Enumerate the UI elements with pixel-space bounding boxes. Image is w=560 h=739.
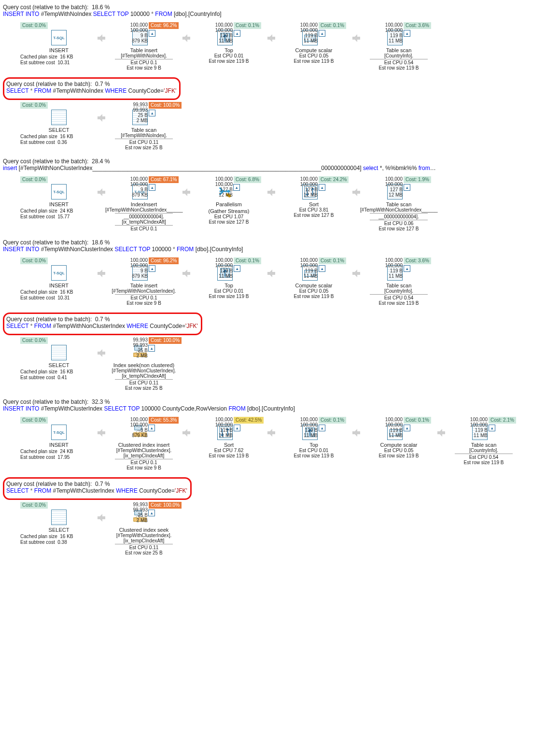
collapse-toggle[interactable]: ▴: [319, 265, 325, 272]
cost-badge: Cost: 67.1%: [149, 176, 179, 183]
plan-node[interactable]: 100,000100,0009 B879 KBCost: 55.3% ▴ Clu…: [105, 417, 182, 470]
arrow-stats: 100,000100,000119 B11 MB: [281, 22, 318, 43]
query-cost-header: Query cost (relative to the batch): 0.7 …: [6, 481, 187, 487]
node-label: Compute scalar: [275, 283, 352, 288]
flow-arrow: [352, 30, 360, 46]
cost-badge: Cost: 0.1%: [319, 257, 346, 264]
plan-node[interactable]: 100,000100,000119 B11 MBCost: 0.1% ▴ Com…: [275, 257, 352, 299]
collapse-toggle[interactable]: ▴: [404, 425, 410, 431]
arrow-stats: 100,000100,000127 B12 MB: [196, 176, 233, 198]
node-label: SELECT: [20, 127, 98, 133]
node-label: Table scan: [360, 201, 437, 207]
collapse-toggle[interactable]: ▴: [149, 184, 155, 191]
query-cost-header: Query cost (relative to the batch): 0.7 …: [6, 316, 198, 323]
plan-node[interactable]: 100,000100,000127 B12 MBCost: 1.9% ▴ Tab…: [360, 176, 437, 231]
plan-node[interactable]: 100,000100,000119 B11 MBCost: 42.5% ▴ So…: [190, 417, 267, 458]
plan-node[interactable]: 100,000100,000119 B11 MBCost: 0.1% ▴ Top…: [275, 417, 352, 458]
arrow-stats: 99,99399,99325 B2 MB: [111, 502, 148, 523]
query-cost-header: Query cost (relative to the batch): 32.3…: [3, 398, 557, 405]
flow-arrow: [437, 425, 445, 441]
collapse-toggle[interactable]: ▴: [233, 184, 240, 191]
highlighted-query: Query cost (relative to the batch): 0.7 …: [3, 313, 202, 335]
plan-node[interactable]: Cost: 0.0% T-SQL INSERT Cached plan size…: [20, 417, 98, 460]
cost-badge: Cost: 0.1%: [234, 22, 261, 29]
arrow-stats: 100,000100,000119 B11 MB: [366, 417, 403, 438]
execution-plan-row: Cost: 0.0% T-SQL INSERT Cached plan size…: [3, 20, 557, 77]
node-label: Sort: [190, 442, 267, 448]
collapse-toggle[interactable]: ▴: [148, 345, 155, 352]
collapse-toggle[interactable]: ▴: [319, 425, 325, 431]
arrow-stats: 100,000100,000119 B11 MB: [366, 22, 403, 43]
arrow-stats: 100,000100,000119 B11 MB: [366, 257, 403, 279]
collapse-toggle[interactable]: ▴: [489, 425, 495, 431]
plan-node[interactable]: 99,99399,99325 B2 MBCost: 100.0% ▴ Table…: [105, 102, 182, 150]
flow-arrow: [98, 30, 105, 46]
node-label: Compute scalar: [360, 442, 437, 448]
flow-arrow: [182, 184, 190, 200]
collapse-toggle[interactable]: ▴: [404, 265, 410, 272]
flow-arrow: [98, 345, 105, 361]
collapse-toggle[interactable]: ▴: [149, 30, 155, 37]
plan-node[interactable]: 100,000100,0009 B879 KBCost: 96.2% ▴ Tab…: [105, 22, 182, 71]
flow-arrow: [98, 265, 105, 282]
node-label: SELECT: [20, 362, 98, 368]
plan-node[interactable]: 100,000100,000119 B11 MBCost: 2.1% ▴ Tab…: [445, 417, 522, 465]
plan-node[interactable]: Cost: 0.0% T-SQL INSERT Cached plan size…: [20, 176, 98, 220]
plan-node[interactable]: Cost: 0.0% SELECT Cached plan size 16 KB…: [20, 502, 98, 545]
node-label: Table scan: [360, 283, 437, 288]
plan-node[interactable]: 100,000100,000119 B11 MBCost: 0.1% ▴ Com…: [275, 22, 352, 64]
plan-node[interactable]: Cost: 0.0% SELECT Cached plan size 16 KB…: [20, 337, 98, 381]
collapse-toggle[interactable]: ▴: [148, 425, 155, 431]
plan-node[interactable]: 100,000100,000127 B12 MBCost: 6.8% ▴ Par…: [190, 176, 267, 225]
plan-node[interactable]: Cost: 0.0% T-SQL INSERT Cached plan size…: [20, 257, 98, 301]
flow-arrow: [352, 425, 360, 441]
flow-arrow: [267, 30, 275, 46]
cost-badge: Cost: 55.3%: [149, 417, 179, 424]
plan-node[interactable]: 99,99399,99325 B2 MBCost: 100.0% ▴ Clust…: [105, 502, 182, 555]
highlighted-query: Query cost (relative to the batch): 0.7 …: [3, 477, 192, 500]
plan-node[interactable]: 100,000100,0009 B879 KBCost: 67.1% T-SQL…: [105, 176, 182, 231]
cost-badge: Cost: 96.2%: [149, 257, 179, 264]
collapse-toggle[interactable]: ▴: [234, 30, 240, 37]
plan-node[interactable]: 100,000100,000127 B12 MBCost: 24.2% ▴ So…: [275, 176, 352, 218]
query-cost-header: Query cost (relative to the batch): 0.7 …: [6, 81, 176, 87]
collapse-toggle[interactable]: ▴: [319, 30, 325, 37]
root-metrics: Cached plan size 24 KBEst subtree cost 1…: [20, 449, 98, 460]
node-label: IndexInsert: [105, 201, 182, 207]
plan-node[interactable]: 100,000100,000119 B11 MBCost: 0.1% ▴ Com…: [360, 417, 437, 458]
arrow-stats: 100,000100,000127 B12 MB: [366, 176, 403, 198]
cost-badge: Cost: 0.0%: [20, 176, 48, 183]
node-label: Table insert: [105, 47, 182, 53]
plan-node[interactable]: 100,000100,000119 B11 MBCost: 0.1% ▴ Top…: [190, 22, 267, 64]
collapse-toggle[interactable]: ▴: [149, 110, 155, 116]
plan-node[interactable]: Cost: 0.0% SELECT Cached plan size 16 KB…: [20, 102, 98, 145]
node-label: Compute scalar: [275, 47, 352, 53]
node-label: SELECT: [20, 527, 98, 533]
plan-node[interactable]: 99,99399,99325 B2 MBCost: 100.0% ▴ Index…: [105, 337, 182, 391]
arrow-stats: 100,000100,000119 B11 MB: [196, 257, 233, 279]
arrow-stats: 99,99399,99325 B2 MB: [111, 337, 148, 358]
arrow-stats: 100,000100,0009 B879 KB: [111, 257, 148, 279]
flow-arrow: [98, 510, 105, 526]
collapse-toggle[interactable]: ▴: [404, 184, 410, 191]
cost-badge: Cost: 0.0%: [20, 337, 48, 344]
collapse-toggle[interactable]: ▴: [404, 30, 410, 37]
cost-badge: Cost: 0.0%: [20, 502, 48, 509]
plan-node[interactable]: 100,000100,000119 B11 MBCost: 3.6% ▴ Tab…: [360, 22, 437, 71]
collapse-toggle[interactable]: ▴: [234, 265, 240, 272]
cost-badge: Cost: 2.1%: [489, 417, 516, 424]
plan-node[interactable]: Cost: 0.0% T-SQL INSERT Cached plan size…: [20, 22, 98, 66]
plan-node[interactable]: 100,000100,000119 B11 MBCost: 0.1% ▴ Top…: [190, 257, 267, 299]
cost-badge: Cost: 6.8%: [234, 176, 261, 183]
cost-badge: Cost: 42.5%: [234, 417, 264, 424]
plan-node[interactable]: 100,000100,000119 B11 MBCost: 3.6% ▴ Tab…: [360, 257, 437, 306]
select-icon: [51, 345, 67, 360]
collapse-toggle[interactable]: ▴: [149, 265, 155, 272]
collapse-toggle[interactable]: ▴: [319, 184, 325, 191]
arrow-stats: 100,000100,0009 B879 KB: [111, 176, 148, 198]
execution-plan-row: Cost: 0.0% SELECT Cached plan size 16 KB…: [3, 335, 557, 398]
tsql-icon: T-SQL: [51, 265, 67, 281]
collapse-toggle[interactable]: ▴: [148, 510, 155, 516]
collapse-toggle[interactable]: ▴: [234, 425, 240, 431]
plan-node[interactable]: 100,000100,0009 B879 KBCost: 96.2% ▴ Tab…: [105, 257, 182, 306]
